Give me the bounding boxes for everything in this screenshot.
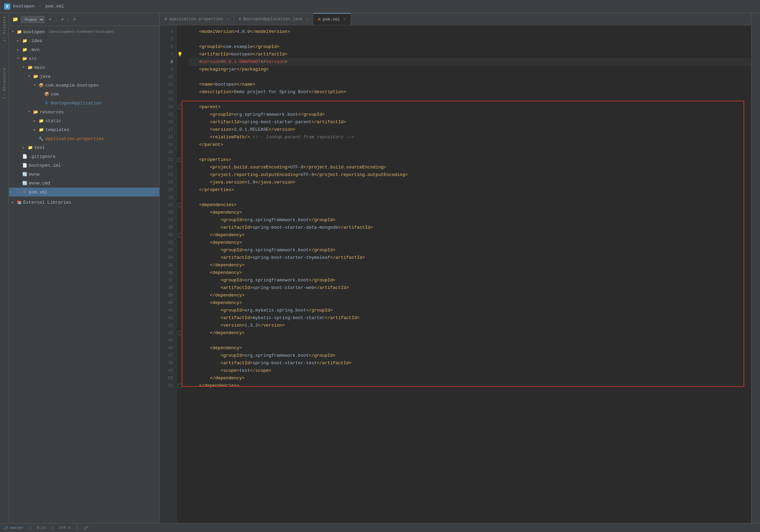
code-line-49[interactable]: <scope>test</scope> [188, 367, 751, 375]
code-line-4[interactable]: <modelVersion>4.0.0</modelVersion> [188, 28, 751, 36]
tree-item-app-props[interactable]: 🔧 application.properties [9, 134, 159, 143]
tree-item-java[interactable]: ▼ 📂 java [9, 72, 159, 81]
tree-item-src[interactable]: ▼ 📂 src [9, 54, 159, 63]
tree-item-pom-xml[interactable]: m pom.xml [9, 188, 159, 197]
tree-item-root[interactable]: ▼ 📁 bootopen /Development/CodeOne/bootop… [9, 27, 159, 36]
tree-item-ext-libs[interactable]: ▶ 📚 External Libraries [9, 198, 159, 207]
code-line-16[interactable]: <artifactId>spring-boot-starter-parent</… [188, 118, 751, 126]
code-line-8[interactable]: <version>0.0.1-SNAPSHOT</version> [188, 58, 751, 66]
gutter-31[interactable]: - [177, 231, 183, 239]
locate-icon[interactable]: ⊕ [47, 17, 53, 22]
fold-icon-44[interactable]: - [178, 331, 182, 335]
code-line-37[interactable]: <groupId>org.springframework.boot</group… [188, 277, 751, 284]
code-line-50[interactable]: </dependency> [188, 375, 751, 382]
gutter-44[interactable]: - [177, 329, 183, 337]
fold-icon-31[interactable]: - [178, 233, 182, 237]
code-lines[interactable]: <modelVersion>4.0.0</modelVersion> <grou… [183, 25, 751, 523]
code-line-27[interactable]: <dependencies> [188, 201, 751, 209]
tree-item-templates[interactable]: ▶ 📁 templates [9, 125, 159, 134]
code-line-7[interactable]: <artifactId>bootopen</artifactId> [188, 51, 751, 58]
lightbulb-icon[interactable]: 💡 [177, 52, 183, 57]
code-line-45[interactable] [188, 337, 751, 344]
close-tab-bootopen[interactable]: ✕ [306, 17, 308, 21]
code-line-10[interactable] [188, 73, 751, 81]
tree-item-gitignore[interactable]: 📄 .gitignore [9, 152, 159, 161]
code-line-26[interactable] [188, 194, 751, 201]
tree-item-bootopen-app[interactable]: C BootopenApplication [9, 99, 159, 107]
code-line-40[interactable]: <dependency> [188, 299, 751, 307]
code-line-34[interactable]: <artifactId>spring-boot-starter-thymelea… [188, 254, 751, 262]
gutter-14[interactable]: - [177, 103, 183, 111]
gutter-51[interactable]: - [177, 382, 183, 390]
tree-item-test[interactable]: ▶ 📁 test [9, 143, 159, 152]
tree-item-mvnw[interactable]: 🔄 mvnw [9, 170, 159, 179]
code-line-21[interactable]: <properties> [188, 156, 751, 164]
code-line-17[interactable]: <version>2.0.1.RELEASE</version> [188, 126, 751, 134]
code-line-25[interactable]: </properties> [188, 186, 751, 194]
collapse-icon[interactable]: ⊟ [72, 17, 77, 22]
tab-application-properties[interactable]: ⚙ application.properties ✕ [160, 13, 234, 25]
code-line-29[interactable]: <groupId>org.springframework.boot</group… [188, 216, 751, 224]
code-line-35[interactable]: </dependency> [188, 262, 751, 269]
code-line-39[interactable]: </dependency> [188, 292, 751, 299]
code-line-19[interactable]: </parent> [188, 141, 751, 149]
gutter-10 [177, 73, 183, 81]
bottom-bar: ⎇ master | 8:25 | UTF-8 | LF [0, 523, 760, 532]
code-line-41[interactable]: <groupId>org.mybatis.spring.boot</groupI… [188, 307, 751, 314]
gutter-27[interactable]: - [177, 201, 183, 209]
code-line-23[interactable]: <project.reporting.outputEncoding>UTF-8<… [188, 171, 751, 179]
close-tab-app-props[interactable]: ✕ [227, 17, 229, 21]
tree-label-mvn: .mvn [29, 47, 39, 52]
code-line-24[interactable]: <java.version>1.8</java.version> [188, 179, 751, 186]
project-label[interactable]: 1: Project [2, 13, 7, 45]
tree-item-main[interactable]: ▼ 📂 main [9, 63, 159, 72]
code-line-48[interactable]: <artifactId>spring-boot-starter-test</ar… [188, 359, 751, 367]
line-num-6: 6 [160, 43, 176, 51]
code-line-42[interactable]: <artifactId>mybatis-spring-boot-starter<… [188, 314, 751, 322]
code-line-30[interactable]: <artifactId>spring-boot-starter-data-mon… [188, 224, 751, 231]
tree-item-com[interactable]: 📦 com [9, 90, 159, 99]
tree-item-iml[interactable]: 📄 bootopen.iml [9, 161, 159, 170]
tree-item-resources[interactable]: ▼ 📂 resources [9, 107, 159, 116]
fold-icon-21[interactable]: - [178, 158, 182, 162]
code-line-11[interactable]: <name>bootopen</name> [188, 81, 751, 88]
code-line-38[interactable]: <artifactId>spring-boot-starter-web</art… [188, 284, 751, 292]
tree-item-idea[interactable]: ▶ 📁 .idea [9, 36, 159, 45]
code-line-47[interactable]: <groupId>org.springframework.boot</group… [188, 352, 751, 359]
tree-item-package[interactable]: ▼ 📦 com.example.bootopen [9, 81, 159, 90]
tab-pom-xml[interactable]: m pom.xml ✕ [313, 13, 351, 25]
left-sidebar: 1: Project 7: Structure [0, 13, 9, 523]
mvn-icon: 🔄 [22, 172, 27, 177]
tree-item-mvn[interactable]: ▶ 📁 .mvn [9, 45, 159, 54]
tree-item-mvnw-cmd[interactable]: 🔄 mvnw.cmd [9, 179, 159, 188]
structure-label[interactable]: 7: Structure [2, 65, 7, 102]
tab-bootopen-application[interactable]: C BootopenApplication.java ✕ [234, 13, 313, 25]
settings-icon[interactable]: ⚙ [60, 17, 65, 22]
code-line-20[interactable] [188, 149, 751, 156]
code-line-31[interactable]: </dependency> [188, 231, 751, 239]
code-line-36[interactable]: <dependency> [188, 269, 751, 277]
code-line-9[interactable]: <packaging>jar</packaging> [188, 66, 751, 73]
panel-dropdown[interactable]: Project [21, 16, 45, 23]
code-line-13[interactable] [188, 96, 751, 103]
code-line-43[interactable]: <version>1.3.2</version> [188, 322, 751, 329]
fold-icon-51[interactable]: - [178, 384, 182, 388]
code-line-5[interactable] [188, 36, 751, 43]
code-line-6[interactable]: <groupId>com.example</groupId> [188, 43, 751, 51]
code-line-28[interactable]: <dependency> [188, 209, 751, 216]
code-line-12[interactable]: <description>Demo project for Spring Boo… [188, 88, 751, 96]
code-line-15[interactable]: <groupId>org.springframework.boot</group… [188, 111, 751, 118]
tree-item-static[interactable]: ▶ 📁 static [9, 116, 159, 125]
fold-icon-27[interactable]: - [178, 203, 182, 207]
gutter-21[interactable]: - [177, 156, 183, 164]
code-line-51[interactable]: </dependencies> [188, 382, 751, 390]
fold-icon-14[interactable]: - [178, 105, 182, 109]
code-line-46[interactable]: <dependency> [188, 344, 751, 352]
code-line-44[interactable]: </dependency> [188, 329, 751, 337]
code-line-18[interactable]: <relativePath/> <!-- lookup parent from … [188, 134, 751, 141]
code-line-14[interactable]: <parent> [188, 103, 751, 111]
code-line-22[interactable]: <project.build.sourceEncoding>UTF-8</pro… [188, 164, 751, 171]
code-line-33[interactable]: <groupId>org.springframework.boot</group… [188, 246, 751, 254]
close-tab-pom[interactable]: ✕ [343, 17, 346, 22]
code-line-32[interactable]: <dependency> [188, 239, 751, 246]
